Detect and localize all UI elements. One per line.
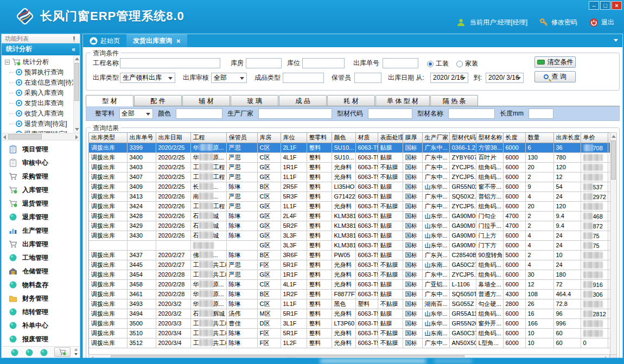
table-cell[interactable]: 464.4 bbox=[553, 289, 581, 299]
table-cell[interactable]: 山东南... bbox=[422, 260, 449, 270]
filter-combo[interactable]: 全部 bbox=[119, 108, 153, 119]
table-cell[interactable]: 6000 bbox=[503, 162, 525, 172]
table-row[interactable]: 调拨出库34242020/2/26工工程严思G区1L1F整料光身料6063-T5… bbox=[89, 201, 610, 211]
table-cell[interactable]: 3428 bbox=[127, 211, 156, 221]
table-cell[interactable] bbox=[190, 240, 226, 250]
table-cell[interactable]: 6000 bbox=[503, 270, 525, 279]
table-cell[interactable]: 3458 bbox=[127, 279, 156, 289]
table-cell[interactable]: 整料 bbox=[307, 309, 332, 318]
table-cell[interactable]: 6063-T5 bbox=[355, 231, 378, 240]
table-cell[interactable]: 3399 bbox=[127, 143, 156, 152]
table-cell[interactable]: 6063-T5 bbox=[355, 250, 378, 260]
filter-input[interactable] bbox=[529, 108, 553, 119]
table-cell[interactable]: L-1106 bbox=[449, 279, 476, 289]
table-cell[interactable]: 组角码... bbox=[476, 162, 503, 172]
table-cell[interactable]: 调拨出库 bbox=[89, 309, 127, 318]
tree-item[interactable]: 退库管理[待定] bbox=[2, 129, 80, 134]
table-cell[interactable]: 国标 bbox=[403, 143, 422, 152]
table-cell[interactable]: 3L3F bbox=[281, 240, 307, 250]
table-cell[interactable]: 广东中... bbox=[422, 152, 449, 162]
order-no-input[interactable] bbox=[383, 58, 418, 68]
table-cell[interactable]: 不贴膜 bbox=[378, 338, 403, 348]
table-cell[interactable]: G区 bbox=[257, 240, 281, 250]
table-cell[interactable]: GA50C27 bbox=[449, 260, 476, 270]
table-cell[interactable] bbox=[581, 162, 608, 172]
table-cell[interactable]: 贴膜 bbox=[378, 279, 403, 289]
table-cell[interactable]: 光身料 bbox=[332, 201, 355, 211]
scroll-right-icon[interactable] bbox=[75, 135, 78, 139]
table-cell[interactable]: 门上方 bbox=[476, 231, 503, 240]
sidebar-menu-item[interactable]: 工地管理 bbox=[2, 251, 80, 265]
table-cell[interactable] bbox=[581, 250, 608, 260]
circle-icon[interactable] bbox=[10, 348, 17, 355]
filter-input[interactable] bbox=[448, 108, 495, 119]
sidebar-menu-item[interactable]: 结转管理 bbox=[2, 305, 80, 319]
table-cell[interactable]: GA50C37 bbox=[449, 328, 476, 338]
table-row[interactable]: 调拨出库34132020/2/26南...严思C区5R3F整料G71422606… bbox=[89, 191, 610, 201]
tree-vertical-scrollbar[interactable] bbox=[73, 55, 80, 133]
table-cell[interactable]: 60 bbox=[553, 338, 581, 348]
tab-active-page[interactable]: 发货出库查询× bbox=[126, 34, 187, 47]
table-cell[interactable]: 调拨出库 bbox=[89, 250, 127, 260]
table-cell[interactable]: 3445 bbox=[127, 260, 156, 270]
table-cell[interactable]: 120 bbox=[553, 201, 581, 211]
table-cell[interactable]: 山东华... bbox=[422, 211, 449, 221]
table-cell[interactable]: 2020/2/26 bbox=[156, 221, 190, 231]
material-tab[interactable]: 辅 材 bbox=[182, 95, 230, 106]
table-cell[interactable] bbox=[581, 299, 608, 309]
table-cell[interactable]: 3409 bbox=[127, 182, 156, 191]
table-cell[interactable]: 方管38... bbox=[476, 143, 503, 152]
table-cell[interactable]: C区 bbox=[257, 152, 281, 162]
product-type-input[interactable] bbox=[283, 73, 324, 83]
table-cell[interactable]: 工共工程 bbox=[190, 338, 226, 348]
table-cell[interactable]: 光身料 bbox=[332, 279, 355, 289]
table-cell[interactable]: 调拨出库 bbox=[89, 201, 127, 211]
table-cell[interactable]: 贴膜 bbox=[378, 182, 403, 191]
table-cell[interactable]: LT3P60 bbox=[332, 318, 355, 328]
warehouse-input[interactable] bbox=[246, 58, 282, 68]
sidebar-menu-item[interactable]: 项目管理 bbox=[2, 143, 80, 156]
table-cell[interactable]: 调拨出库 bbox=[89, 152, 127, 162]
table-cell[interactable]: 2020/2/28 bbox=[156, 289, 190, 299]
table-cell[interactable]: D区 bbox=[257, 318, 281, 328]
table-cell[interactable]: 96 bbox=[553, 309, 581, 318]
table-cell[interactable]: 120 bbox=[553, 162, 581, 172]
tree-item[interactable]: 在途信息查询[待定] bbox=[2, 78, 80, 88]
table-cell[interactable]: 72 bbox=[553, 279, 581, 289]
table-cell[interactable]: 6063-T5 bbox=[355, 289, 378, 299]
table-cell[interactable]: 2800 bbox=[503, 299, 525, 309]
table-cell[interactable]: 整料 bbox=[307, 191, 332, 201]
table-cell[interactable]: 2972 bbox=[581, 191, 608, 201]
table-cell[interactable]: 2020/2/25 bbox=[156, 182, 190, 191]
table-cell[interactable]: 90度转角 bbox=[476, 250, 503, 260]
table-cell[interactable]: 6000 bbox=[503, 240, 525, 250]
table-horizontal-scrollbar[interactable] bbox=[88, 354, 610, 358]
table-cell[interactable]: 6000 bbox=[503, 231, 525, 240]
table-cell[interactable]: GA90M07.. bbox=[449, 221, 476, 231]
table-cell[interactable]: 组角码... bbox=[476, 309, 503, 318]
table-cell[interactable]: 整料 bbox=[307, 231, 332, 240]
out-type-combo[interactable]: 生产领料出库 bbox=[120, 73, 175, 83]
table-cell[interactable]: 4 bbox=[525, 231, 553, 240]
table-cell[interactable]: 306 bbox=[581, 289, 608, 299]
table-cell[interactable]: 国标 bbox=[403, 172, 422, 182]
table-cell[interactable]: 180 bbox=[553, 270, 581, 279]
sidebar-menu-item[interactable]: 出库管理 bbox=[2, 238, 80, 251]
column-header[interactable]: 膜厚 bbox=[403, 133, 422, 143]
table-cell[interactable]: 严思 bbox=[226, 152, 257, 162]
table-row[interactable]: G区3L3F整料KLM38176063-T5贴膜国标山东华...GA90M09.… bbox=[89, 240, 610, 250]
table-cell[interactable]: 6063-T5 bbox=[355, 162, 378, 172]
table-cell[interactable]: 贴膜 bbox=[378, 152, 403, 162]
tab-start-page[interactable]: 起始页 bbox=[83, 34, 126, 47]
table-cell[interactable]: 国标 bbox=[403, 221, 422, 231]
table-cell[interactable]: 整料 bbox=[307, 143, 332, 152]
table-cell[interactable]: 60 bbox=[553, 328, 581, 338]
table-cell[interactable]: 6000 bbox=[503, 279, 525, 289]
table-cell[interactable]: 6000 bbox=[503, 318, 525, 328]
close-tab-icon[interactable]: × bbox=[176, 37, 181, 45]
table-cell[interactable] bbox=[581, 152, 608, 162]
table-cell[interactable]: 国标 bbox=[403, 338, 422, 348]
table-cell[interactable]: GA90M06.. bbox=[449, 211, 476, 221]
sidebar-menu-item[interactable]: 采购管理 bbox=[2, 170, 80, 183]
table-cell[interactable]: 2020/2/26 bbox=[156, 211, 190, 221]
